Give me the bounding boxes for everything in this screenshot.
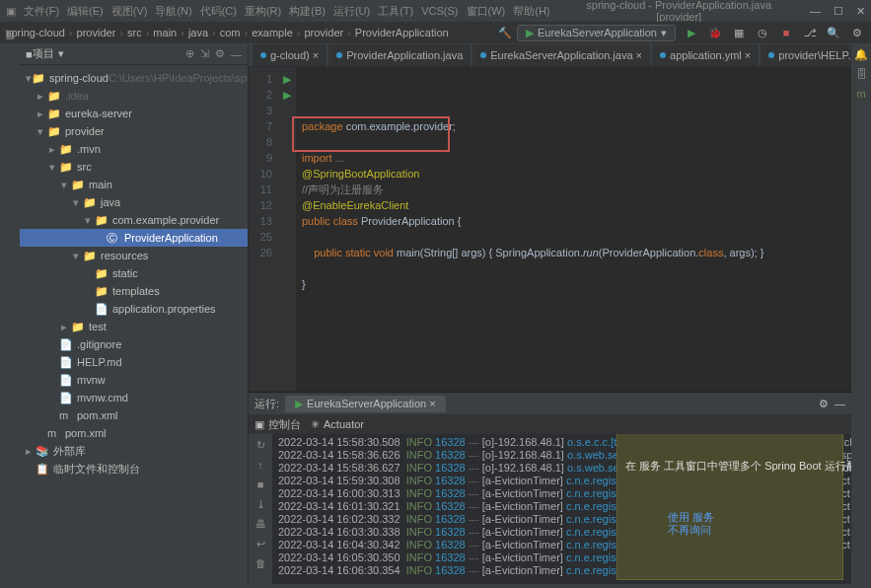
breadcrumb-item[interactable]: example (252, 27, 293, 38)
right-tool-stripe: 🔔 🗄 m (851, 43, 871, 584)
editor-tab[interactable]: provider\HELP.md × (761, 44, 851, 66)
tree-item[interactable]: ▸📁.idea (20, 87, 248, 105)
chevron-down-icon[interactable]: ▾ (58, 47, 64, 60)
scroll-to-end-icon[interactable]: ⤓ (254, 497, 267, 511)
vcs-button[interactable]: ⎇ (802, 25, 818, 40)
notif-use-services[interactable]: 使用 服务 (668, 511, 714, 523)
console-tab[interactable]: ▣ 控制台 (254, 417, 301, 432)
menu-item[interactable]: 运行(U) (333, 5, 370, 17)
tree-item[interactable]: 📁static (20, 264, 248, 282)
breadcrumb-item[interactable]: src (127, 27, 142, 38)
select-opened-file-icon[interactable]: ⊕ (185, 47, 194, 60)
clear-icon[interactable]: 🗑 (254, 556, 267, 570)
menu-item[interactable]: 窗口(W) (467, 5, 506, 17)
tree-item[interactable]: mpom.xml (20, 424, 248, 442)
editor-tab[interactable]: ProviderApplication.java (328, 44, 471, 66)
run-subtabs: ▣ 控制台 ✳ Actuator (249, 414, 851, 434)
editor-tab[interactable]: EurekaServerApplication.java × (472, 44, 650, 66)
tree-item[interactable]: ▾📁com.example.provider (20, 211, 248, 229)
tree-item[interactable]: ▾📁resources (20, 247, 248, 264)
tree-item[interactable]: ▾📁main (20, 176, 248, 193)
collapse-all-icon[interactable]: ⇲ (200, 47, 209, 60)
tree-item[interactable]: mpom.xml (20, 406, 248, 424)
stop-button[interactable]: ■ (254, 478, 267, 491)
hide-icon[interactable]: — (835, 398, 845, 409)
breadcrumb-item[interactable]: main (153, 27, 177, 38)
search-icon[interactable]: 🔍 (826, 25, 841, 40)
tree-item[interactable]: ▸📁eureka-server (20, 105, 248, 122)
hide-icon[interactable]: — (231, 48, 242, 60)
menu-item[interactable]: VCS(S) (421, 5, 458, 17)
minimize-button[interactable]: — (810, 5, 821, 17)
menu-item[interactable]: 编辑(E) (67, 5, 104, 17)
tree-item[interactable]: ▾📁spring-cloud C:\Users\HP\IdeaProjects\… (20, 69, 248, 87)
tree-item[interactable]: 📋临时文件和控制台 (20, 460, 248, 478)
coverage-button[interactable]: ▦ (731, 25, 747, 40)
run-config-select[interactable]: ▶ EurekaServerApplication ▾ (517, 25, 676, 41)
code-content[interactable]: package com.example.provider; import ...… (296, 67, 851, 392)
tree-item[interactable]: ▸📁.mvn (20, 140, 248, 158)
soft-wrap-icon[interactable]: ↩ (254, 537, 267, 551)
up-button[interactable]: ↑ (254, 458, 267, 472)
tree-item[interactable]: ▸📁test (20, 318, 248, 335)
close-button[interactable]: ✕ (856, 5, 865, 17)
run-tab-label: EurekaServerApplication × (307, 398, 436, 409)
settings-icon[interactable]: ⚙ (819, 398, 829, 410)
breadcrumb-item[interactable]: provider (304, 27, 343, 38)
menu-item[interactable]: 导航(N) (155, 5, 191, 17)
menu-item[interactable]: 帮助(H) (513, 5, 549, 17)
breadcrumb-item[interactable]: spring-cloud (6, 27, 65, 38)
stop-button[interactable]: ■ (778, 25, 794, 40)
run-tab-eureka[interactable]: ▶ EurekaServerApplication × (285, 396, 446, 412)
project-tree[interactable]: ▾📁spring-cloud C:\Users\HP\IdeaProjects\… (20, 65, 248, 584)
tree-item[interactable]: ▾📁src (20, 158, 248, 176)
profile-button[interactable]: ◷ (755, 25, 770, 40)
menu-item[interactable]: 代码(C) (200, 5, 237, 17)
main-menu[interactable]: 文件(F)编辑(E)视图(V)导航(N)代码(C)重构(R)构建(B)运行(U)… (24, 4, 558, 19)
breadcrumb-item[interactable]: java (188, 27, 208, 38)
tree-item[interactable]: 📁templates (20, 282, 248, 300)
menu-item[interactable]: 工具(T) (378, 5, 413, 17)
left-tool-stripe: 项目 (0, 43, 20, 584)
editor-tab[interactable]: g-cloud) × (253, 44, 327, 66)
breadcrumb-item[interactable]: provider (77, 27, 116, 38)
notif-dont-ask[interactable]: 不再询问 (668, 524, 711, 536)
tree-item[interactable]: ▾📁java (20, 193, 248, 211)
tree-item[interactable]: 📄mvnw (20, 371, 248, 389)
editor-tab[interactable]: application.yml × (652, 44, 759, 66)
tree-item[interactable]: ▸📚外部库 (20, 442, 248, 460)
rerun-button[interactable]: ↻ (254, 438, 267, 452)
console-output[interactable]: 2022-03-14 15:58:30.508 INFO 16328 --- [… (272, 434, 851, 584)
maximize-button[interactable]: ☐ (834, 5, 843, 17)
run-icon: ▶ (526, 27, 534, 39)
debug-button[interactable]: 🐞 (707, 25, 723, 40)
tree-item[interactable]: 📄.gitignore (20, 335, 248, 353)
database-icon[interactable]: 🗄 (854, 67, 868, 81)
editor-tabs[interactable]: g-cloud) ×ProviderApplication.javaEureka… (249, 43, 851, 67)
tree-item[interactable]: 📄mvnw.cmd (20, 389, 248, 406)
maven-icon[interactable]: m (854, 87, 868, 101)
nav-toolbar: spring-cloud›provider›src›main›java›com›… (0, 22, 871, 43)
actuator-tab[interactable]: ✳ Actuator (311, 418, 364, 431)
code-editor[interactable]: 123789101112132526 ▶ ▶ package com.examp… (249, 67, 851, 392)
settings-icon[interactable]: ⚙ (849, 25, 865, 40)
build-button[interactable]: 🔨 (497, 25, 513, 40)
settings-icon[interactable]: ⚙ (215, 47, 225, 60)
run-tool-window: 运行: ▶ EurekaServerApplication × ⚙ — ▣ 控制… (249, 392, 851, 584)
breadcrumb-item[interactable]: com (220, 27, 241, 38)
menu-item[interactable]: 构建(B) (289, 5, 326, 17)
notifications-icon[interactable]: 🔔 (854, 47, 868, 61)
menu-item[interactable]: 文件(F) (24, 5, 59, 17)
line-numbers: 123789101112132526 (249, 67, 278, 392)
menu-item[interactable]: 重构(R) (245, 5, 281, 17)
run-button[interactable]: ▶ (684, 25, 699, 40)
menu-item[interactable]: 视图(V) (111, 5, 148, 17)
tree-item[interactable]: ⒸProviderApplication (20, 229, 248, 247)
breadcrumbs[interactable]: spring-cloud›provider›src›main›java›com›… (6, 27, 453, 38)
tree-item[interactable]: 📄application.properties (20, 300, 248, 318)
breadcrumb-item[interactable]: ProviderApplication (355, 27, 449, 38)
tree-item[interactable]: ▾📁provider (20, 122, 248, 140)
print-icon[interactable]: 🖶 (254, 517, 267, 531)
editor-area: g-cloud) ×ProviderApplication.javaEureka… (249, 43, 851, 584)
tree-item[interactable]: 📄HELP.md (20, 353, 248, 371)
